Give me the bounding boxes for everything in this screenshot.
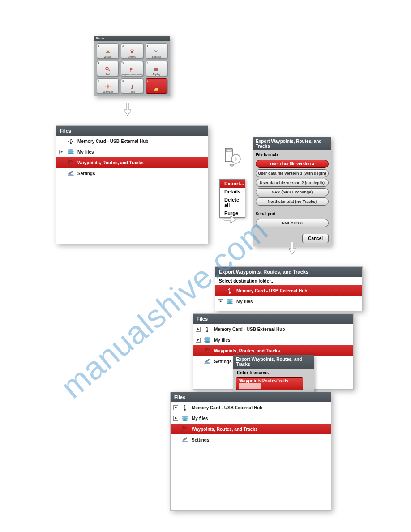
tree-row-myfiles[interactable]: ▸ My files [171,413,331,424]
tree-label: My files [236,299,253,304]
tree-row-waypoints[interactable]: Waypoints, Routes, and Tracks [56,157,208,168]
svg-rect-13 [131,88,133,89]
svg-point-36 [204,339,210,341]
dest-row-memcard[interactable]: Memory Card - USB External Hub [215,285,362,296]
serial-port-label: Serial port [253,210,331,217]
fmt-gpx[interactable]: GPX (GPS Exchange) [256,188,329,196]
page-btn-triplog[interactable]: 6Trip log [146,61,167,76]
tree-label: Memory Card - USB External Hub [236,288,307,293]
page-btn-satellites[interactable]: 3Satellites [146,43,167,59]
usb-icon [202,325,212,333]
file-formats-label: File formats [253,150,331,158]
tree-label: Settings [77,171,95,176]
svg-point-42 [182,417,188,419]
wrench-icon [202,357,212,365]
expand-icon[interactable]: ▸ [59,150,64,154]
flag-icon [202,347,212,355]
svg-point-43 [182,419,188,421]
tree-row-settings[interactable]: Settings [56,168,208,179]
svg-point-20 [68,149,74,151]
dest-row-myfiles[interactable]: ▸ My files [215,296,362,307]
ctx-details[interactable]: Details [220,188,245,196]
svg-point-27 [235,158,237,160]
tree-row-memcard[interactable]: ▸ Memory Card - USB External Hub [171,402,331,413]
files-panel-3: Files ▸ Memory Card - USB External Hub ▸… [170,392,331,511]
tree-row-waypoints[interactable]: Waypoints, Routes, and Tracks [193,345,353,356]
filename-input[interactable]: WaypointsRoutesTrails [236,377,303,390]
page-btn-alarms[interactable]: 2Alarms [121,43,143,59]
tree-row-memcard[interactable]: Memory Card - USB External Hub [56,136,208,146]
flag-icon [66,159,76,167]
tree-row-memcard[interactable]: ▸ Memory Card - USB External Hub [193,324,353,335]
dest-title: Export Waypoints, Routes, and Tracks [215,267,362,277]
disks-icon [202,336,212,344]
svg-point-35 [204,337,210,339]
expand-icon[interactable]: ▸ [218,299,223,304]
fmt-northstar[interactable]: Northstar .dat (no Tracks) [256,197,329,206]
wrench-icon [66,169,76,177]
flag-icon [180,425,190,433]
svg-point-4 [106,67,108,70]
tree-label: Waypoints, Routes, and Tracks [192,427,257,432]
svg-rect-25 [226,149,231,152]
svg-rect-15 [155,88,158,90]
dest-prompt: Select destination folder... [215,277,362,285]
tree-label: Settings [214,359,231,364]
svg-point-30 [227,299,233,300]
svg-point-22 [68,153,74,154]
files-panel-1: Files Memory Card - USB External Hub ▸ M… [56,125,208,244]
svg-point-18 [68,141,69,142]
svg-rect-6 [154,68,158,71]
export-formats-title: Export Waypoints, Routes, and Tracks [253,137,331,150]
ctx-export[interactable]: Export... [220,180,245,188]
files-panel-2: Files ▸ Memory Card - USB External Hub ▸… [193,313,354,390]
fmt-userdata3[interactable]: User data file version 3 (with depth) [256,169,329,177]
files-icon [153,86,159,92]
tree-row-myfiles[interactable]: ▸ My files [56,146,208,157]
cancel-button[interactable]: Cancel [302,234,329,243]
filename-subpanel: Export Waypoints, Routes, and Tracks Ent… [233,355,314,394]
page-btn-tides[interactable]: 8Tides [121,78,143,94]
fmt-nmea[interactable]: NMEA0183 [256,219,329,227]
find-icon [105,66,111,72]
page-btn-files[interactable]: 0 [146,78,167,94]
fmt-userdata2[interactable]: User data file version 2 (no depth) [256,179,329,187]
svg-rect-12 [132,85,133,88]
expand-icon[interactable]: ▸ [196,338,201,343]
tree-label: My files [214,338,231,343]
context-menu: Export... Details Delete all Purge [219,179,245,218]
page-btn-vessels[interactable]: 1Vessels [97,43,119,59]
waypoints-icon [129,67,135,73]
usb-icon [66,137,76,145]
pages-grid: 1Vessels 2Alarms 3Satellites 4Find 5Wayp… [94,41,170,96]
arrow-down-icon [123,103,132,116]
tree-label: My files [77,150,94,154]
filename-prompt: Enter filename. [233,369,314,377]
page-btn-find[interactable]: 4Find [97,61,119,76]
expand-icon[interactable]: ▸ [196,327,201,332]
expand-icon[interactable]: ▸ [173,405,178,410]
tree-label: My files [192,416,208,421]
tree-row-settings[interactable]: Settings [171,434,331,445]
disks-icon [66,148,76,156]
page-btn-sunmoon[interactable]: 7Sun/moon [97,78,119,94]
destination-panel: Export Waypoints, Routes, and Tracks Sel… [215,266,363,311]
svg-point-31 [227,300,233,302]
page-btn-waypoints[interactable]: 5Waypoints, routes, tracks [121,61,143,76]
fmt-userdata4[interactable]: User data file version 4 [256,160,329,168]
arrow-right-icon [224,215,237,224]
tree-row-waypoints[interactable]: Waypoints, Routes, and Tracks [171,424,331,434]
expand-icon[interactable]: ▸ [173,416,178,421]
tree-row-myfiles[interactable]: ▸ My files [193,335,353,345]
triplog-icon [153,66,159,72]
usb-icon [225,287,235,295]
disks-icon [180,414,190,422]
svg-point-21 [68,151,74,153]
pages-panel: Pages 1Vessels 2Alarms 3Satellites 4Find… [94,36,170,96]
svg-point-38 [204,362,210,364]
export-formats-panel: Export Waypoints, Routes, and Tracks Fil… [253,137,331,246]
tree-label: Waypoints, Routes, and Tracks [77,160,143,165]
ctx-deleteall[interactable]: Delete all [220,196,245,209]
svg-rect-19 [72,141,73,142]
usb-icon [180,403,190,412]
